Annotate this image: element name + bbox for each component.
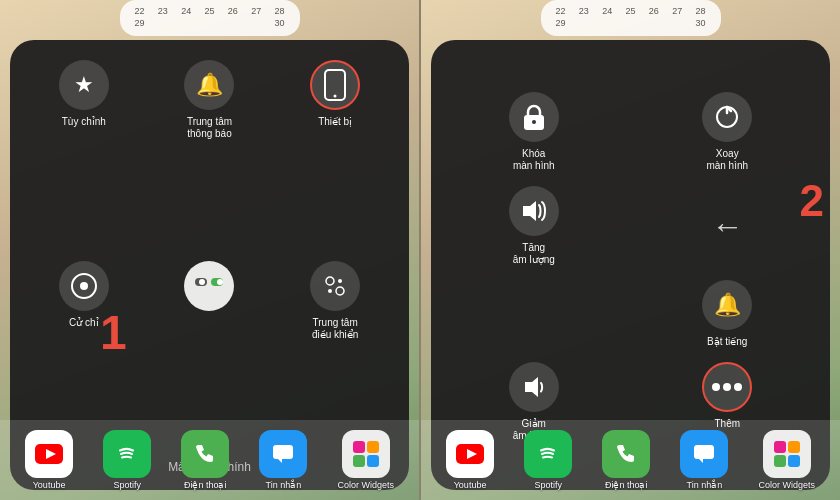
svg-marker-23	[523, 201, 536, 221]
cal-day: 29	[132, 18, 148, 28]
right-menu-grid: Khóamàn hình Xoaymàn hình	[447, 60, 814, 474]
cal-day: 24	[178, 6, 194, 16]
cal-day: 30	[272, 18, 288, 28]
svg-marker-32	[699, 459, 703, 463]
svg-rect-18	[367, 441, 379, 453]
menu-item-trung-tam-thong-bao[interactable]: 🔔 Trung tâmthông báo	[152, 60, 268, 245]
dock-item-messages-r[interactable]: Tin nhắn	[680, 430, 728, 490]
youtube-icon-r	[446, 430, 494, 478]
menu-item-label: Trung tâmthông báo	[187, 116, 232, 140]
dock-label: Tin nhắn	[686, 480, 722, 490]
svg-rect-33	[774, 441, 786, 453]
notification-icon: 🔔	[184, 60, 234, 110]
svg-point-25	[712, 383, 720, 391]
dock-item-youtube-r[interactable]: Youtube	[446, 430, 494, 490]
dock-label: Youtube	[33, 480, 66, 490]
dock-item-spotify-r[interactable]: Spotify	[524, 430, 572, 490]
svg-point-9	[338, 279, 342, 283]
cal-day: 26	[646, 6, 662, 16]
cal-day: 27	[248, 6, 264, 16]
menu-item-thiet-bi[interactable]: Thiết bị	[277, 60, 393, 245]
device-icon	[310, 60, 360, 110]
menu-item-label: Cử chỉ	[69, 317, 99, 329]
cal-day: 22	[553, 6, 569, 16]
color-widgets-icon-r	[763, 430, 811, 478]
svg-point-26	[723, 383, 731, 391]
svg-point-14	[113, 440, 141, 468]
dock-label: Youtube	[454, 480, 487, 490]
dock-label: Spotify	[113, 480, 141, 490]
svg-point-5	[199, 279, 205, 285]
svg-point-27	[734, 383, 742, 391]
svg-rect-34	[788, 441, 800, 453]
svg-rect-20	[367, 455, 379, 467]
menu-item-trung-tam-dieu-khien[interactable]: Trung tâmđiều khiển	[277, 261, 393, 446]
dock-item-color-widgets[interactable]: Color Widgets	[337, 430, 394, 490]
color-widgets-icon	[342, 430, 390, 478]
volume-down-icon	[509, 362, 559, 412]
menu-item-toggle[interactable]	[152, 261, 268, 446]
volume-up-icon	[509, 186, 559, 236]
svg-point-1	[334, 95, 337, 98]
menu-item-label: Xoaymàn hình	[706, 148, 748, 172]
star-icon: ★	[59, 60, 109, 110]
cal-day: 25	[201, 6, 217, 16]
svg-point-22	[532, 120, 536, 124]
menu-item-bat-tieng[interactable]: 🔔 Bật tiếng	[641, 280, 815, 348]
arrow-step-area: ← 2	[641, 186, 815, 266]
cal-day: 23	[155, 6, 171, 16]
cal-day: 24	[599, 6, 615, 16]
spotify-icon-r	[524, 430, 572, 478]
svg-point-8	[326, 277, 334, 285]
dock-item-color-widgets-r[interactable]: Color Widgets	[758, 430, 815, 490]
menu-item-xoay-man-hinh[interactable]: Xoaymàn hình	[641, 92, 815, 172]
dock-label: Color Widgets	[337, 480, 394, 490]
left-menu-grid: ★ Tùy chỉnh 🔔 Trung tâmthông báo Thiết b…	[26, 60, 393, 446]
svg-point-3	[80, 282, 88, 290]
dock-label: Color Widgets	[758, 480, 815, 490]
dock-label: Điện thoại	[184, 480, 227, 490]
cal-day: 22	[132, 6, 148, 16]
step-badge-1: 1	[100, 305, 127, 360]
control-center-icon	[310, 261, 360, 311]
dock-label: Spotify	[534, 480, 562, 490]
right-phone-panel: 22 23 24 25 26 27 28 29 30	[421, 0, 840, 500]
svg-rect-15	[273, 445, 293, 459]
left-calendar-widget: 22 23 24 25 26 27 28 29 30	[120, 0, 300, 36]
menu-item-back[interactable]: ←	[711, 208, 743, 245]
right-calendar-widget: 22 23 24 25 26 27 28 29 30	[541, 0, 721, 36]
cal-day: 26	[225, 6, 241, 16]
more-icon	[702, 362, 752, 412]
rotate-icon	[702, 92, 752, 142]
cal-day: 30	[693, 18, 709, 28]
cal-day: 29	[553, 18, 569, 28]
messages-icon	[259, 430, 307, 478]
dock-item-messages[interactable]: Tin nhắn	[259, 430, 307, 490]
dock-item-spotify[interactable]: Spotify	[103, 430, 151, 490]
cal-day: 23	[576, 6, 592, 16]
spotify-icon	[103, 430, 151, 478]
menu-item-khoa-man-hinh[interactable]: Khóamàn hình	[447, 92, 621, 172]
toggle-icon	[184, 261, 234, 311]
lock-icon	[509, 92, 559, 142]
svg-point-30	[534, 440, 562, 468]
back-arrow-icon: ←	[711, 208, 743, 245]
svg-rect-35	[774, 455, 786, 467]
menu-item-label: Khóamàn hình	[513, 148, 555, 172]
svg-rect-31	[694, 445, 714, 459]
menu-item-label: Trung tâmđiều khiển	[312, 317, 358, 341]
dock-item-phone[interactable]: Điện thoại	[181, 430, 229, 490]
dock-item-phone-r[interactable]: Điện thoại	[602, 430, 650, 490]
menu-item-tang-am-luong[interactable]: Tăngâm lượng	[447, 186, 621, 266]
menu-item-tuy-chinh[interactable]: ★ Tùy chỉnh	[26, 60, 142, 245]
dock-item-youtube[interactable]: Youtube	[25, 430, 73, 490]
gesture-icon	[59, 261, 109, 311]
menu-item-label: Thiết bị	[318, 116, 352, 128]
svg-point-11	[336, 287, 344, 295]
right-dock: Youtube Spotify Điện thoại	[421, 420, 840, 500]
cal-day: 28	[692, 6, 708, 16]
cal-day: 25	[622, 6, 638, 16]
svg-point-7	[217, 279, 223, 285]
phone-icon	[181, 430, 229, 478]
bell-icon: 🔔	[702, 280, 752, 330]
